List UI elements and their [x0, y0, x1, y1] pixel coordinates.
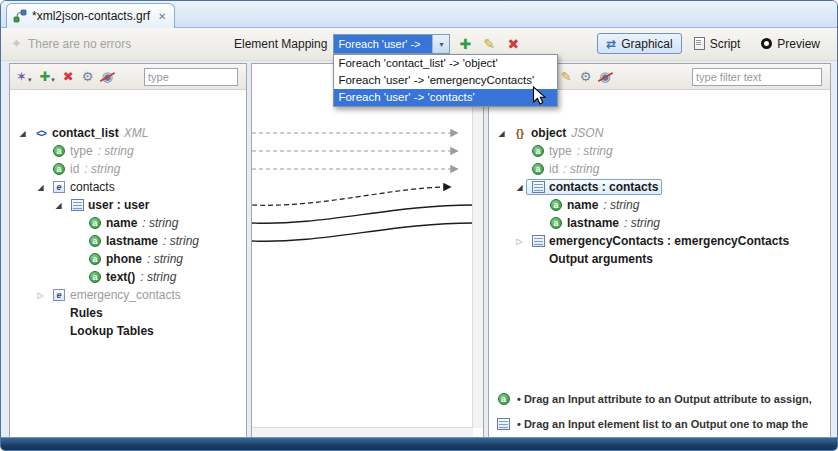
- combobox-value: Foreach 'user' ->: [334, 35, 432, 53]
- element-mapping-label: Element Mapping: [234, 37, 327, 51]
- tree-item-content: Rules: [47, 305, 107, 321]
- tree-item-content: <>contact_listXML: [29, 125, 152, 141]
- dropdown-option[interactable]: Foreach 'contact_list' -> 'object': [334, 55, 557, 72]
- tree-item-content: Output arguments: [526, 251, 657, 267]
- hide-button[interactable]: ◉: [101, 69, 112, 84]
- tree-item-type: : string: [98, 144, 134, 158]
- tree-item-type: : string: [140, 270, 176, 284]
- tree-item-rules[interactable]: Rules: [10, 304, 246, 322]
- element-mapping-combobox[interactable]: Foreach 'user' -> ▾: [333, 34, 450, 54]
- add-mapping-button[interactable]: ✚: [456, 36, 474, 52]
- attribute-icon: a: [550, 199, 562, 211]
- element-mapping-dropdown-list: Foreach 'contact_list' -> 'object'Foreac…: [333, 54, 558, 107]
- gear-icon: ⚙: [580, 69, 592, 84]
- tree-item-type: : string: [163, 234, 199, 248]
- tree-item-content: emergencyContacts : emergencyContacts: [526, 233, 793, 249]
- tree-item-contacts[interactable]: ◢econtacts: [10, 178, 246, 196]
- view-button-preview[interactable]: Preview: [752, 33, 829, 54]
- tree-item-content: aphone: string: [83, 251, 187, 267]
- tree-item-output-arguments[interactable]: Output arguments: [489, 250, 830, 268]
- mapping-line[interactable]: [252, 187, 450, 205]
- no-errors-icon: ✦: [11, 36, 22, 51]
- combobox-dropdown-button[interactable]: ▾: [432, 35, 449, 53]
- expander-open-icon[interactable]: ◢: [52, 201, 65, 210]
- tree-item-type: : string: [624, 216, 660, 230]
- edit-mapping-button[interactable]: ✎: [480, 36, 498, 52]
- element-list-icon: [71, 199, 84, 211]
- tree-item-content: atype: string: [526, 143, 617, 159]
- output-tree: ◢{}objectJSONatype: stringaid: string◢co…: [489, 91, 830, 438]
- tree-item-lookup-tables[interactable]: Lookup Tables: [10, 322, 246, 340]
- tree-item-label: type: [70, 144, 93, 158]
- tree-item-type: XML: [124, 126, 149, 140]
- output-filter-field[interactable]: [692, 68, 822, 86]
- tree-item-content: aid: string: [526, 161, 603, 177]
- editor-tab[interactable]: *xml2json-contacts.grf ✕: [6, 3, 175, 28]
- editor-tab-bar: *xml2json-contacts.grf ✕: [1, 1, 837, 28]
- attribute-icon: a: [532, 145, 544, 157]
- tree-item-contact-list[interactable]: ◢<>contact_listXML: [10, 124, 246, 142]
- dropdown-option[interactable]: Foreach 'user' -> 'contacts': [334, 89, 557, 106]
- hide-button[interactable]: ◉: [599, 69, 610, 84]
- mapping-line[interactable]: [252, 223, 473, 241]
- attribute-icon: a: [498, 393, 510, 405]
- tree-item-object[interactable]: ◢{}objectJSON: [489, 124, 830, 142]
- expander-open-icon[interactable]: ◢: [495, 129, 508, 138]
- view-button-script[interactable]: Script: [685, 33, 750, 54]
- plus-icon: ✚: [39, 69, 50, 84]
- tree-item-label: type: [549, 144, 572, 158]
- eye-slash-icon: ◉: [599, 69, 610, 84]
- tree-item-name[interactable]: aname: string: [10, 214, 246, 232]
- input-panel-toolbar: ✶ ▾ ✚ ▾ ✖ ⚙ ◉: [10, 64, 246, 90]
- expander-closed-icon[interactable]: ▷: [513, 237, 526, 246]
- tree-item-content: econtacts: [47, 179, 119, 195]
- gear-icon: ⚙: [82, 69, 94, 84]
- tree-item-id[interactable]: aid: string: [10, 160, 246, 178]
- dropdown-option[interactable]: Foreach 'user' -> 'emergencyContacts': [334, 72, 557, 89]
- tree-item-lastname[interactable]: alastname: string: [489, 214, 830, 232]
- delete-button[interactable]: ✖: [63, 69, 74, 84]
- hint-row: a• Drag an Input attribute to an Output …: [496, 393, 828, 405]
- settings-button[interactable]: ⚙: [580, 69, 592, 84]
- delete-mapping-button[interactable]: ✖: [504, 36, 522, 52]
- tree-item-name[interactable]: aname: string: [489, 196, 830, 214]
- view-switcher: ⇄ Graphical Script Preview: [597, 33, 829, 54]
- edit-button[interactable]: ✎: [561, 69, 572, 84]
- input-filter-field[interactable]: [144, 68, 238, 86]
- add-button[interactable]: ✚ ▾: [39, 69, 54, 84]
- output-tree-panel: ✶ ▾ ✚ ▾ ✖ ✎ ⚙ ◉ ◢{}objectJSONatype: stri…: [488, 63, 831, 439]
- graphical-view-icon: ⇄: [606, 37, 616, 51]
- tree-item-label: Rules: [70, 306, 103, 320]
- mapping-line[interactable]: [252, 205, 473, 223]
- wand-button[interactable]: ✶ ▾: [16, 69, 31, 84]
- tree-item-label: phone: [106, 252, 142, 266]
- tree-item-lastname[interactable]: alastname: string: [10, 232, 246, 250]
- expander-closed-icon[interactable]: ▷: [34, 291, 47, 300]
- tree-item-label: name: [567, 198, 598, 212]
- tree-item-phone[interactable]: aphone: string: [10, 250, 246, 268]
- tree-item-text[interactable]: atext(): string: [10, 268, 246, 286]
- tree-item-type[interactable]: atype: string: [10, 142, 246, 160]
- tree-item-type[interactable]: atype: string: [489, 142, 830, 160]
- tree-item-id[interactable]: aid: string: [489, 160, 830, 178]
- tree-item-user-user[interactable]: ◢user : user: [10, 196, 246, 214]
- tree-item-label: object: [531, 126, 566, 140]
- expander-open-icon[interactable]: ◢: [513, 183, 526, 192]
- tree-item-type: : string: [84, 162, 120, 176]
- view-button-graphical[interactable]: ⇄ Graphical: [597, 33, 681, 54]
- tree-item-content: atype: string: [47, 143, 138, 159]
- tree-item-emergencycontacts-emergencycontacts[interactable]: ▷emergencyContacts : emergencyContacts: [489, 232, 830, 250]
- tree-item-contacts-contacts[interactable]: ◢contacts : contacts: [489, 178, 830, 196]
- tree-item-label: contacts: [70, 180, 115, 194]
- json-object-icon: {}: [516, 128, 524, 139]
- expander-open-icon[interactable]: ◢: [16, 129, 29, 138]
- tree-item-content: aid: string: [47, 161, 124, 177]
- tree-item-emergency-contacts[interactable]: ▷eemergency_contacts: [10, 286, 246, 304]
- tab-close-icon[interactable]: ✕: [158, 11, 166, 22]
- expander-open-icon[interactable]: ◢: [34, 183, 47, 192]
- vertical-scrollbar[interactable]: [472, 64, 483, 428]
- hint-row: • Drag an Input element list to an Outpu…: [496, 418, 828, 430]
- tree-item-label: id: [549, 162, 558, 176]
- tree-item-label: lastname: [106, 234, 158, 248]
- settings-button[interactable]: ⚙: [82, 69, 94, 84]
